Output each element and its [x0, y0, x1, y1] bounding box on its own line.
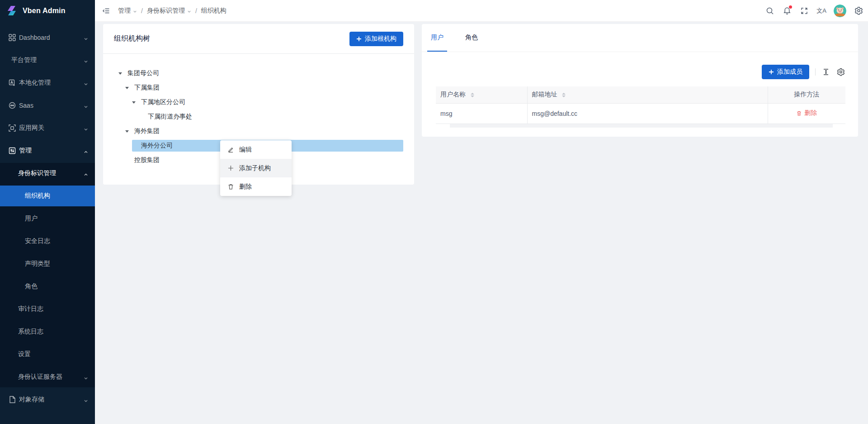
- menu-fold-icon[interactable]: [102, 6, 111, 15]
- column-header-email[interactable]: 邮箱地址: [527, 86, 768, 103]
- vben-logo-icon: [5, 4, 19, 18]
- members-tabbar: 用户 角色: [422, 24, 858, 52]
- context-menu-label: 编辑: [239, 146, 252, 154]
- breadcrumb: 管理 / 身份标识管理 / 组织机构: [118, 7, 226, 15]
- column-header-label: 操作方法: [794, 91, 819, 98]
- search-icon[interactable]: [765, 6, 775, 16]
- sidebar-item-audit-logs[interactable]: 审计日志: [0, 299, 95, 319]
- sidebar-item-label: 安全日志: [25, 237, 50, 245]
- breadcrumb-separator: /: [141, 7, 143, 14]
- caret-down-icon[interactable]: [125, 130, 132, 133]
- header-settings-gear-icon[interactable]: [854, 6, 863, 16]
- sidebar-item-label: 平台管理: [11, 56, 37, 64]
- sidebar-item-users[interactable]: 用户: [0, 208, 95, 229]
- fullscreen-icon[interactable]: [799, 6, 809, 16]
- context-menu-add-child-org[interactable]: 添加子机构: [220, 159, 292, 177]
- table-settings-gear-icon[interactable]: [836, 67, 845, 76]
- sidebar-item-label: 用户: [25, 214, 38, 223]
- tree-node[interactable]: 下属集团: [118, 82, 403, 94]
- breadcrumb-management[interactable]: 管理: [118, 7, 137, 15]
- app-logo[interactable]: Vben Admin: [0, 0, 95, 22]
- translate-icon[interactable]: 文A: [816, 6, 826, 16]
- notification-bell-icon[interactable]: [782, 6, 792, 16]
- sidebar-item-label: Dashboard: [19, 34, 50, 41]
- sidebar-item-settings[interactable]: 设置: [0, 344, 95, 365]
- context-menu-label: 删除: [239, 183, 252, 191]
- dashboard-icon: [8, 33, 16, 42]
- sidebar-item-label: 管理: [19, 147, 32, 155]
- sidebar-menu: Dashboard 平台管理 本地化管理 Saas 应用网关 管理: [0, 22, 95, 410]
- plus-icon: [227, 165, 234, 172]
- sidebar-item-localization-mgmt[interactable]: 本地化管理: [0, 72, 95, 93]
- column-header-actions: 操作方法: [768, 86, 845, 103]
- sidebar-item-roles[interactable]: 角色: [0, 276, 95, 297]
- sort-icon[interactable]: [562, 93, 566, 97]
- sidebar-item-org-structure[interactable]: 组织机构: [0, 186, 95, 206]
- chevron-up-icon: [84, 148, 88, 156]
- tree-node-label: 海外集团: [134, 127, 160, 135]
- tree-node[interactable]: 海外集团: [118, 125, 403, 137]
- sidebar-item-object-storage[interactable]: 对象存储: [0, 389, 95, 410]
- sidebar-item-identity-mgmt[interactable]: 身份标识管理: [0, 163, 95, 184]
- sidebar-item-label: Saas: [19, 102, 33, 109]
- sidebar-item-system-logs[interactable]: 系统日志: [0, 321, 95, 342]
- sidebar-item-app-gateway[interactable]: 应用网关: [0, 118, 95, 138]
- sidebar-item-label: 角色: [25, 282, 38, 291]
- breadcrumb-org-structure[interactable]: 组织机构: [201, 7, 226, 15]
- cell-email: msg@default.cc: [527, 103, 768, 124]
- tab-users[interactable]: 用户: [427, 24, 447, 52]
- saas-icon: [8, 101, 16, 110]
- sidebar-item-label: 组织机构: [25, 192, 50, 200]
- breadcrumb-label: 组织机构: [201, 7, 226, 15]
- locale-icon: [8, 79, 16, 87]
- sidebar-item-management[interactable]: 管理: [0, 140, 95, 161]
- caret-down-icon[interactable]: [132, 101, 139, 104]
- sidebar-item-label: 对象存储: [19, 395, 44, 404]
- sidebar-item-dashboard[interactable]: Dashboard: [0, 27, 95, 48]
- tree-node-label: 控股集团: [134, 156, 160, 164]
- sidebar-item-platform-mgmt[interactable]: 平台管理: [0, 50, 95, 71]
- notification-dot: [789, 5, 792, 9]
- sort-icon[interactable]: [471, 93, 474, 97]
- breadcrumb-label: 身份标识管理: [147, 7, 185, 15]
- tree-node[interactable]: 下属街道办事处: [118, 111, 403, 123]
- cell-actions: 删除: [768, 103, 845, 124]
- gateway-icon: [8, 124, 16, 132]
- row-height-icon[interactable]: [821, 67, 830, 76]
- edit-icon: [227, 146, 234, 153]
- context-menu-edit[interactable]: 编辑: [220, 140, 292, 159]
- tree-node[interactable]: 下属地区分公司: [118, 96, 403, 108]
- tree-node[interactable]: 集团母公司: [118, 67, 403, 79]
- sidebar-item-claim-types[interactable]: 声明类型: [0, 253, 95, 274]
- user-avatar[interactable]: [834, 5, 846, 17]
- column-header-username[interactable]: 用户名称: [436, 86, 527, 103]
- trash-icon: [227, 183, 234, 190]
- sidebar-item-label: 系统日志: [18, 328, 43, 336]
- toolbar-divider: [815, 68, 816, 76]
- caret-down-icon[interactable]: [125, 87, 132, 89]
- chevron-down-icon: [84, 397, 88, 405]
- table-scrollbar-track[interactable]: [450, 124, 833, 128]
- table-header-row: 用户名称 邮箱地址 操作方法: [436, 86, 845, 103]
- header-actions: 文A: [765, 5, 868, 17]
- trash-icon: [796, 110, 802, 116]
- breadcrumb-identity-mgmt[interactable]: 身份标识管理: [147, 7, 191, 15]
- add-member-button[interactable]: 添加成员: [762, 65, 809, 79]
- context-menu-delete[interactable]: 删除: [220, 177, 292, 196]
- delete-member-button[interactable]: 删除: [796, 109, 817, 117]
- tab-roles[interactable]: 角色: [462, 24, 481, 52]
- chevron-down-icon: [84, 35, 88, 43]
- sidebar-item-saas[interactable]: Saas: [0, 95, 95, 116]
- tree-node-label: 下属集团: [134, 84, 160, 92]
- management-submenu: 身份标识管理 组织机构 用户 安全日志 声明类型 角色 审计日志 系统日志: [0, 163, 95, 387]
- tree-node-label: 下属地区分公司: [141, 98, 185, 106]
- add-root-org-button[interactable]: 添加根机构: [349, 32, 403, 46]
- column-header-label: 邮箱地址: [532, 91, 557, 98]
- tree-node-label: 集团母公司: [127, 69, 159, 77]
- plus-icon: [769, 69, 774, 75]
- sidebar-item-security-logs[interactable]: 安全日志: [0, 231, 95, 252]
- chevron-down-icon: [84, 81, 88, 88]
- caret-down-icon[interactable]: [118, 72, 126, 75]
- sidebar-item-identity-servers[interactable]: 身份认证服务器: [0, 367, 95, 387]
- org-tree-panel-header: 组织机构树 添加根机构: [103, 24, 414, 54]
